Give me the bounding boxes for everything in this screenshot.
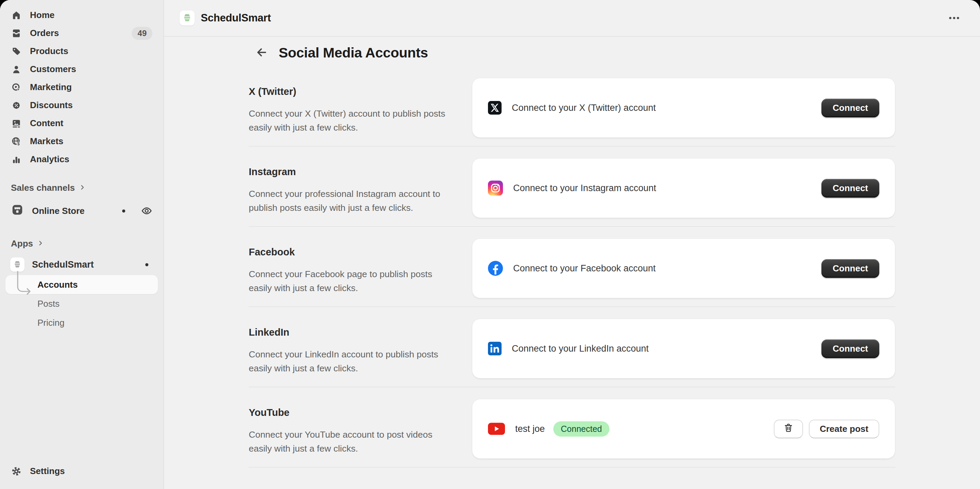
sidebar-item-markets[interactable]: $ Markets	[5, 132, 158, 150]
sidebar-item-customers[interactable]: Customers	[5, 60, 158, 78]
gear-icon	[11, 466, 22, 477]
eye-icon[interactable]	[141, 205, 153, 217]
section-info: LinkedIn Connect your LinkedIn account t…	[249, 319, 472, 378]
facebook-card: Connect to your Facebook account Connect	[472, 238, 895, 298]
connect-instagram-button[interactable]: Connect	[821, 179, 879, 198]
chevron-right-icon	[37, 238, 44, 249]
section-description: Connect your YouTube account to post vid…	[249, 428, 448, 456]
globe-dollar-icon: $	[11, 136, 22, 147]
sidebar: Home Orders 49 Products Customers	[0, 0, 164, 489]
orders-icon	[11, 28, 22, 39]
sidebar-item-label: Discounts	[30, 100, 73, 111]
settings-label: Settings	[30, 466, 65, 476]
create-post-button[interactable]: Create post	[809, 420, 879, 438]
apps-label: Apps	[11, 238, 33, 249]
sidebar-item-products[interactable]: Products	[5, 42, 158, 60]
connect-linkedin-button[interactable]: Connect	[821, 340, 879, 358]
accounts-label: Accounts	[37, 279, 78, 290]
connect-facebook-button[interactable]: Connect	[821, 259, 879, 278]
section-info: Instagram Connect your professional Inst…	[249, 158, 472, 218]
section-info: X (Twitter) Connect your X (Twitter) acc…	[249, 78, 472, 138]
sidebar-item-label: Orders	[30, 28, 59, 38]
section-youtube: YouTube Connect your YouTube account to …	[249, 387, 895, 468]
sidebar-item-analytics[interactable]: Analytics	[5, 150, 158, 168]
x-twitter-card: Connect to your X (Twitter) account Conn…	[472, 78, 895, 138]
status-badge: Connected	[553, 421, 609, 437]
card-text: Connect to your Instagram account	[513, 183, 656, 194]
section-heading: LinkedIn	[249, 327, 448, 338]
app-name-label: SchedulSmart	[32, 259, 94, 270]
section-x-twitter: X (Twitter) Connect your X (Twitter) acc…	[249, 61, 895, 146]
page-content: Social Media Accounts X (Twitter) Connec…	[164, 37, 980, 489]
sidebar-item-label: Analytics	[30, 154, 69, 165]
section-heading: Instagram	[249, 166, 448, 178]
connected-account-name: test joe	[515, 424, 545, 434]
sidebar-item-label: Products	[30, 46, 68, 56]
sales-channels-header[interactable]: Sales channels	[5, 180, 158, 195]
person-icon	[11, 64, 22, 75]
image-icon	[11, 118, 22, 129]
arrow-left-icon	[256, 46, 268, 60]
app-window: Home Orders 49 Products Customers	[0, 0, 980, 489]
bar-chart-icon	[11, 154, 22, 165]
kebab-menu-icon[interactable]	[944, 8, 964, 28]
sidebar-item-label: Markets	[30, 136, 63, 146]
youtube-card-actions: Create post	[774, 420, 879, 438]
apps-header[interactable]: Apps	[5, 236, 158, 251]
section-linkedin: LinkedIn Connect your LinkedIn account t…	[249, 307, 895, 387]
sidebar-item-posts[interactable]: Posts	[5, 294, 158, 313]
back-button[interactable]	[254, 46, 269, 60]
youtube-logo-icon	[488, 423, 505, 435]
schedulsmart-app-icon	[10, 257, 24, 272]
posts-label: Posts	[37, 298, 60, 309]
sidebar-item-label: Marketing	[30, 82, 72, 92]
sidebar-item-online-store[interactable]: Online Store	[5, 200, 158, 221]
online-store-label: Online Store	[32, 206, 85, 216]
page-title: Social Media Accounts	[279, 45, 428, 61]
storefront-icon	[11, 203, 24, 219]
section-info: Facebook Connect your Facebook page to p…	[249, 238, 472, 298]
sidebar-item-discounts[interactable]: Discounts	[5, 96, 158, 114]
section-heading: X (Twitter)	[249, 86, 448, 97]
sidebar-item-orders[interactable]: Orders 49	[5, 24, 158, 42]
connect-x-button[interactable]: Connect	[821, 98, 879, 117]
svg-text:$: $	[18, 141, 20, 146]
section-heading: YouTube	[249, 407, 448, 418]
linkedin-card: Connect to your LinkedIn account Connect	[472, 319, 895, 378]
pricing-label: Pricing	[37, 318, 64, 328]
sidebar-item-home[interactable]: Home	[5, 6, 158, 24]
discount-seal-icon	[11, 100, 22, 111]
linkedin-logo-icon	[488, 342, 501, 356]
online-store-notification-dot	[122, 210, 125, 213]
section-info: YouTube Connect your YouTube account to …	[249, 399, 472, 459]
trash-icon	[783, 423, 794, 435]
main-area: SchedulSmart Social Media Accounts	[164, 0, 980, 489]
app-header: SchedulSmart	[164, 0, 980, 37]
facebook-logo-icon	[488, 261, 503, 276]
sidebar-item-label: Content	[30, 118, 63, 129]
sidebar-item-marketing[interactable]: Marketing	[5, 78, 158, 96]
sidebar-item-content[interactable]: Content	[5, 114, 158, 132]
sidebar-item-settings[interactable]: Settings	[5, 462, 158, 480]
sidebar-item-label: Home	[30, 10, 54, 21]
section-description: Connect your X (Twitter) account to publ…	[249, 107, 448, 135]
card-text: Connect to your LinkedIn account	[512, 343, 649, 354]
schedulsmart-app-icon	[180, 11, 195, 25]
card-text: Connect to your Facebook account	[513, 263, 656, 274]
page-title-row: Social Media Accounts	[249, 37, 895, 61]
app-header-title: SchedulSmart	[201, 12, 271, 24]
x-logo-icon	[488, 101, 501, 114]
sidebar-item-label: Customers	[30, 64, 76, 75]
sidebar-item-accounts[interactable]: Accounts	[5, 275, 158, 294]
target-cursor-icon	[11, 82, 22, 93]
sidebar-item-schedulsmart-app[interactable]: SchedulSmart	[5, 254, 158, 275]
home-icon	[11, 10, 22, 21]
section-description: Connect your professional Instagram acco…	[249, 187, 448, 215]
sales-channels-label: Sales channels	[11, 183, 75, 193]
section-heading: Facebook	[249, 246, 448, 258]
section-description: Connect your LinkedIn account to publish…	[249, 348, 448, 375]
app-subnav: Accounts Posts Pricing	[5, 275, 158, 332]
delete-account-button[interactable]	[774, 420, 803, 438]
tag-icon	[11, 46, 22, 57]
sidebar-item-pricing[interactable]: Pricing	[5, 313, 158, 332]
